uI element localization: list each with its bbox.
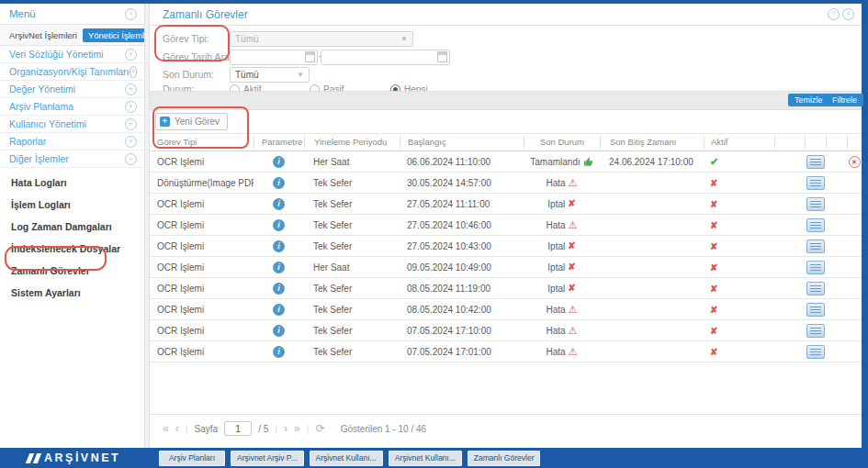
cell-gorev-tipi: OCR İşlemi bbox=[150, 305, 254, 315]
column-baslangic[interactable]: Başlangıç bbox=[400, 136, 524, 149]
plus-icon[interactable]: + bbox=[125, 136, 137, 148]
sidebar-item-deger-yonetimi[interactable]: Değer Yönetimi + bbox=[0, 81, 144, 98]
column-yineleme-periyodu[interactable]: Yineleme Periyodu bbox=[304, 136, 400, 149]
cell-baslangic: 08.05.2024 10:42:00 bbox=[400, 305, 524, 315]
status-text: İptal bbox=[547, 284, 565, 294]
sidebar-item-zamanli-gorevler[interactable]: Zamanlı Görevler bbox=[0, 260, 144, 282]
filtrele-button[interactable]: Filtrele bbox=[826, 94, 863, 106]
tab-arsivnet-islemleri[interactable]: ArşivNet İşlemleri bbox=[9, 30, 77, 40]
row-detail-button[interactable] bbox=[806, 240, 825, 253]
sidebar-item-islem-loglari[interactable]: İşlem Logları bbox=[0, 194, 144, 216]
parameter-info-icon[interactable]: i bbox=[273, 240, 285, 252]
parameter-info-icon[interactable]: i bbox=[273, 219, 285, 231]
plus-icon[interactable]: + bbox=[130, 66, 137, 78]
plus-icon[interactable]: + bbox=[125, 84, 137, 95]
row-detail-button[interactable] bbox=[806, 176, 825, 190]
cell-parametre: i bbox=[254, 219, 304, 231]
last-page-icon[interactable]: » bbox=[294, 423, 300, 434]
page-number-input[interactable] bbox=[224, 421, 252, 436]
inactive-cross-icon: ✘ bbox=[710, 241, 717, 251]
parameter-info-icon[interactable]: i bbox=[273, 177, 285, 189]
sidebar-item-hata-loglari[interactable]: Hata Logları bbox=[0, 172, 144, 194]
gorev-tipi-select[interactable]: Tümü ▼ bbox=[230, 31, 413, 47]
taskbar-item-zamanli-gorevler[interactable]: Zamanlı Görevler bbox=[468, 451, 541, 466]
help-icon[interactable]: ? bbox=[828, 8, 840, 20]
sidebar-collapse-icon[interactable]: ‹ bbox=[125, 8, 137, 20]
parameter-info-icon[interactable]: i bbox=[273, 283, 285, 295]
parameter-info-icon[interactable]: i bbox=[273, 156, 285, 168]
status-text: İptal bbox=[547, 199, 565, 209]
sidebar-item-veri-sozlugu[interactable]: Veri Sözlüğü Yönetimi + bbox=[0, 46, 144, 63]
column-parametre[interactable]: Parametre bbox=[254, 136, 304, 149]
calendar-icon[interactable] bbox=[437, 51, 447, 62]
taskbar-item-arsivnet-arsiv[interactable]: Arşivnet Arşiv P... bbox=[231, 451, 304, 466]
temizle-button[interactable]: Temizle bbox=[788, 94, 829, 106]
sidebar-item-raporlar[interactable]: Raporlar + bbox=[0, 133, 144, 150]
calendar-icon[interactable] bbox=[305, 51, 315, 62]
date-from-input[interactable] bbox=[230, 50, 318, 65]
cancel-icon: ✘ bbox=[568, 284, 575, 293]
column-empty-1 bbox=[774, 136, 805, 149]
first-page-icon[interactable]: « bbox=[163, 423, 169, 434]
status-text: İptal bbox=[547, 262, 565, 273]
sidebar-item-organizasyon[interactable]: Organizasyon/Kişi Tanımları + bbox=[0, 63, 144, 81]
row-detail-button[interactable] bbox=[806, 324, 825, 338]
plus-icon[interactable]: + bbox=[125, 118, 137, 130]
app-window: Menü ‹ ArşivNet İşlemleri Yönetici İşlem… bbox=[0, 0, 868, 468]
column-aktif[interactable]: Aktif bbox=[704, 136, 774, 149]
column-son-durum[interactable]: Son Durum bbox=[524, 136, 600, 149]
sidebar-item-sistem-ayarlari[interactable]: Sistem Ayarları bbox=[0, 282, 144, 304]
warning-icon: ⚠ bbox=[569, 347, 578, 357]
column-son-bitis-zamani[interactable]: Son Bitiş Zamanı bbox=[600, 136, 704, 149]
sidebar-item-diger-islemler[interactable]: Diğer İşlemler − bbox=[0, 150, 144, 168]
cell-parametre: i bbox=[254, 325, 304, 337]
parameter-info-icon[interactable]: i bbox=[273, 304, 285, 316]
active-check-icon: ✔ bbox=[710, 157, 718, 167]
status-text: Hata bbox=[547, 220, 566, 230]
parameter-info-icon[interactable]: i bbox=[273, 346, 285, 358]
cell-gorev-tipi: OCR İşlemi bbox=[150, 284, 254, 294]
date-to-input[interactable] bbox=[321, 50, 450, 65]
row-detail-button[interactable] bbox=[806, 345, 825, 359]
row-detail-button[interactable] bbox=[806, 303, 825, 317]
minus-icon[interactable]: − bbox=[125, 153, 137, 165]
column-gorev-tipi[interactable]: Görev Tipi bbox=[150, 136, 254, 149]
cell-gorev-tipi: OCR İşlemi bbox=[150, 347, 254, 357]
taskbar-item-arsivnet-kullanici-1[interactable]: Arşivnet Kullanı... bbox=[310, 451, 383, 466]
close-icon[interactable]: × bbox=[842, 8, 854, 20]
sidebar-item-arsiv-planlama[interactable]: Arşiv Planlama + bbox=[0, 98, 144, 116]
next-page-icon[interactable]: › bbox=[284, 423, 287, 434]
row-detail-button[interactable] bbox=[806, 155, 825, 169]
parameter-info-icon[interactable]: i bbox=[273, 262, 285, 273]
table-row: OCR İşlemiiTek Sefer27.05.2024 10:46:00H… bbox=[150, 215, 862, 236]
cancel-icon: ✘ bbox=[568, 262, 575, 272]
taskbar-item-arsivnet-kullanici-2[interactable]: Arşivnet Kullanı... bbox=[389, 451, 462, 466]
refresh-icon[interactable]: ⟳ bbox=[316, 423, 325, 434]
cell-baslangic: 27.05.2024 10:43:00 bbox=[400, 241, 524, 251]
son-durum-select[interactable]: Tümü ▼ bbox=[230, 67, 310, 83]
row-close-icon[interactable]: ✕ bbox=[849, 156, 861, 168]
yeni-gorev-button[interactable]: + Yeni Görev bbox=[155, 113, 228, 130]
sidebar-item-log-zaman-damgalari[interactable]: Log Zaman Damgaları bbox=[0, 216, 144, 238]
sidebar-item-kullanici-yonetimi[interactable]: Kullanıcı Yönetimi + bbox=[0, 116, 144, 133]
cell-detail bbox=[805, 197, 826, 211]
parameter-info-icon[interactable]: i bbox=[273, 198, 285, 210]
cell-yineleme-periyodu: Tek Sefer bbox=[304, 326, 400, 336]
row-detail-button[interactable] bbox=[806, 282, 825, 295]
cell-yineleme-periyodu: Her Saat bbox=[304, 262, 400, 273]
inactive-cross-icon: ✘ bbox=[710, 305, 717, 315]
plus-icon[interactable]: + bbox=[125, 49, 137, 61]
parameter-info-icon[interactable]: i bbox=[273, 325, 285, 337]
prev-page-icon[interactable]: ‹ bbox=[175, 423, 179, 434]
cell-detail bbox=[805, 240, 826, 253]
records-shown-label: Gösterilen 1 - 10 / 46 bbox=[341, 424, 426, 434]
cell-gorev-tipi: Dönüştürme(Image PDF) bbox=[150, 178, 254, 188]
taskbar-item-arsiv-planlari[interactable]: Arşiv Planları bbox=[159, 451, 225, 466]
inactive-cross-icon: ✘ bbox=[710, 326, 717, 336]
sidebar-item-indekslenecek-dosyalar[interactable]: İndekslenecek Dosyalar bbox=[0, 238, 144, 260]
row-detail-button[interactable] bbox=[806, 197, 825, 211]
row-detail-button[interactable] bbox=[806, 218, 825, 232]
plus-icon[interactable]: + bbox=[125, 101, 137, 113]
taskbar: ARŞİVNET Arşiv Planları Arşivnet Arşiv P… bbox=[0, 448, 868, 468]
row-detail-button[interactable] bbox=[806, 261, 825, 274]
